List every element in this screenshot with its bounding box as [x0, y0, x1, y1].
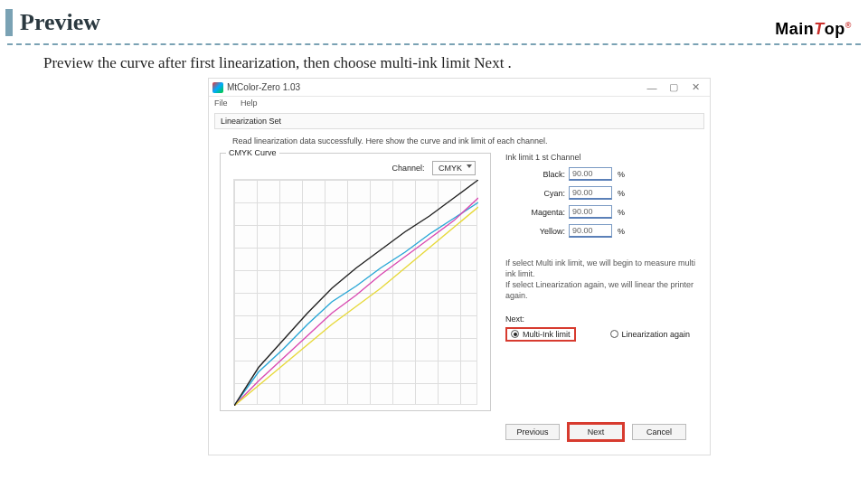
section-caption: Linearization Set [214, 113, 704, 129]
header-divider [7, 43, 861, 45]
wizard-buttons: Previous Next Cancel [220, 411, 699, 446]
ink-black-label: Black: [505, 170, 565, 179]
brand-logo: MainTop® [775, 20, 852, 39]
slide-subtitle: Preview the curve after first linearizat… [0, 54, 868, 72]
previous-button[interactable]: Previous [505, 424, 560, 440]
ink-yellow-label: Yellow: [505, 227, 565, 236]
cmyk-plot [233, 179, 477, 405]
cmyk-curve-panel: CMYK Curve Channel: CMYK [220, 153, 491, 411]
radio-icon [511, 330, 519, 338]
close-button[interactable]: ✕ [684, 81, 706, 93]
page-title: Preview [20, 9, 100, 36]
curve-lines [234, 180, 478, 406]
radio-multi-ink-limit[interactable]: Multi-Ink limit [505, 327, 576, 342]
next-step-title: Next: [505, 314, 699, 324]
cancel-button[interactable]: Cancel [632, 424, 686, 440]
percent-label: % [618, 208, 625, 217]
channel-select-value: CMYK [439, 164, 462, 173]
next-explanation: If select Multi ink limit, we will begin… [505, 258, 699, 302]
curve-panel-legend: CMYK Curve [226, 148, 279, 157]
ink-limits-group: Ink limit 1 st Channel Black: 90.00 % Cy… [505, 153, 699, 238]
minimize-button[interactable]: — [641, 82, 663, 93]
maximize-button[interactable]: ▢ [663, 81, 684, 93]
ink-row-yellow: Yellow: 90.00 % [505, 224, 699, 238]
app-icon [212, 82, 223, 93]
ink-magenta-label: Magenta: [505, 208, 565, 217]
channel-select[interactable]: CMYK [432, 161, 476, 175]
ink-row-magenta: Magenta: 90.00 % [505, 205, 699, 219]
chevron-down-icon [467, 164, 472, 168]
channel-label: Channel: [392, 164, 424, 173]
menu-help[interactable]: Help [241, 99, 258, 108]
next-button[interactable]: Next [569, 424, 623, 440]
percent-label: % [618, 170, 625, 179]
slide-accent-bar [5, 9, 13, 36]
ink-magenta-input[interactable]: 90.00 [569, 205, 612, 219]
slide-header: Preview [0, 0, 868, 43]
app-window-title: MtColor-Zero 1.03 [227, 82, 641, 92]
percent-label: % [618, 189, 625, 198]
status-message: Read linearization data successfully. He… [232, 136, 699, 145]
ink-black-input[interactable]: 90.00 [569, 167, 612, 181]
next-step-group: Next: Multi-Ink limit Linearization agai… [505, 314, 699, 342]
ink-limits-title: Ink limit 1 st Channel [505, 153, 699, 162]
radio-multi-ink-label: Multi-Ink limit [523, 330, 571, 339]
ink-cyan-label: Cyan: [505, 189, 565, 198]
app-menubar: File Help [209, 97, 710, 109]
app-titlebar: MtColor-Zero 1.03 — ▢ ✕ [209, 79, 710, 97]
channel-row: Channel: CMYK [226, 161, 476, 175]
menu-file[interactable]: File [214, 99, 228, 108]
ink-row-black: Black: 90.00 % [505, 167, 699, 181]
app-window: MtColor-Zero 1.03 — ▢ ✕ File Help Linear… [208, 78, 711, 455]
radio-linearization-again[interactable]: Linearization again [607, 329, 694, 340]
radio-linearization-label: Linearization again [622, 330, 691, 339]
ink-yellow-input[interactable]: 90.00 [569, 224, 612, 238]
percent-label: % [618, 227, 625, 236]
ink-cyan-input[interactable]: 90.00 [569, 186, 612, 200]
radio-icon [610, 330, 618, 338]
ink-row-cyan: Cyan: 90.00 % [505, 186, 699, 200]
